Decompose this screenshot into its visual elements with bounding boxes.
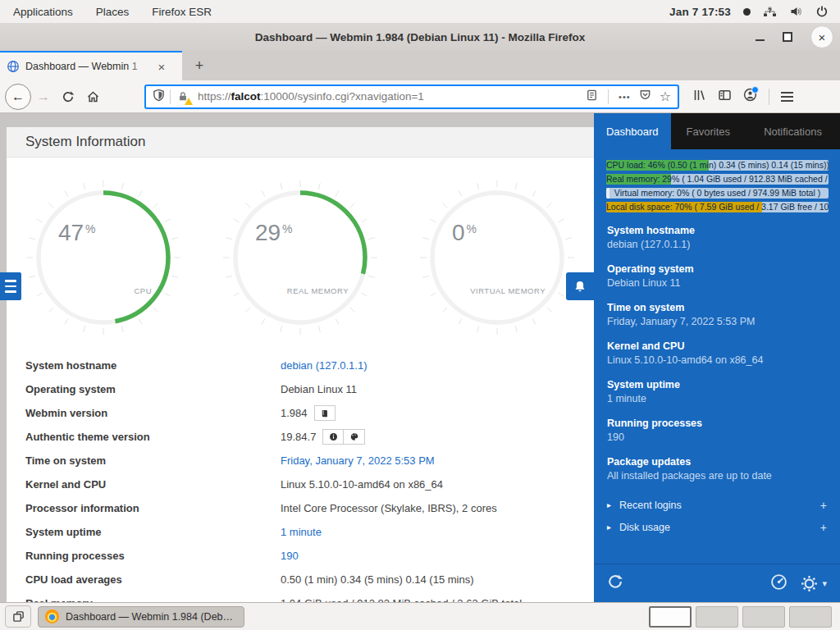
close-window-button[interactable]: × xyxy=(810,25,833,48)
library-icon[interactable] xyxy=(692,89,706,105)
expand-plus-icon[interactable]: + xyxy=(820,499,827,512)
cpu-gauge: 47% CPU xyxy=(25,180,181,336)
list-item: Running processes190 xyxy=(607,417,827,445)
reload-button[interactable] xyxy=(56,84,80,109)
time-link[interactable]: Friday, January 7, 2022 5:53 PM xyxy=(281,454,435,467)
theme-info-button[interactable] xyxy=(322,429,344,445)
virtual-memory-gauge: 0% VIRTUAL MEMORY xyxy=(419,180,575,336)
active-tab[interactable]: Dashboard — Webmin 1 × xyxy=(0,51,182,80)
forward-button[interactable]: → xyxy=(31,84,56,109)
resource-bars: CPU load: 46% (0.50 (1 min) 0.34 (5 mins… xyxy=(606,160,829,212)
chevron-right-icon: ▸ xyxy=(607,500,611,509)
chevron-right-icon: ▸ xyxy=(607,523,611,532)
disk-space-bar: Local disk space: 70% ( 7.59 GiB used / … xyxy=(606,202,829,212)
window-list-button[interactable] xyxy=(5,605,31,628)
list-item: Time on systemFriday, January 7, 2022 5:… xyxy=(607,301,827,329)
virtual-memory-gauge-label: VIRTUAL MEMORY xyxy=(470,286,546,295)
real-memory-gauge: 29% REAL MEMORY xyxy=(222,180,378,336)
usage-gauges: 47% CPU 29% REAL MEMORY xyxy=(7,180,594,336)
table-row: System hostnamedebian (127.0.1.1) xyxy=(7,354,594,377)
system-info-table: System hostnamedebian (127.0.1.1) Operat… xyxy=(7,354,594,602)
home-button[interactable] xyxy=(80,84,105,109)
cpu-gauge-value: 47% xyxy=(58,220,96,246)
pocket-icon[interactable] xyxy=(639,89,651,104)
disk-usage-toggle[interactable]: ▸ Disk usage + xyxy=(594,516,840,538)
hostname-link[interactable]: debian (127.0.1.1) xyxy=(281,359,368,372)
account-icon[interactable] xyxy=(743,88,757,105)
workspace-switcher xyxy=(649,606,832,628)
new-tab-button[interactable]: + xyxy=(189,55,210,76)
list-item: Operating systemDebian Linux 11 xyxy=(607,262,827,290)
virtual-memory-bar: Virtual memory: 0% ( 0 bytes used / 974.… xyxy=(606,188,829,199)
power-icon[interactable] xyxy=(815,5,829,18)
table-row: Running processes190 xyxy=(7,544,594,568)
list-item: Kernel and CPULinux 5.10.0-10-amd64 on x… xyxy=(607,340,827,368)
real-memory-bar: Real memory: 29% ( 1.04 GiB used / 912.8… xyxy=(606,174,829,185)
workspace-2[interactable] xyxy=(696,606,738,628)
virtual-memory-gauge-value: 0% xyxy=(452,220,477,246)
recent-logins-toggle[interactable]: ▸ Recent logins + xyxy=(594,494,840,516)
sidebar-footer: ▾ xyxy=(594,564,840,602)
refresh-button[interactable] xyxy=(606,573,624,594)
uptime-link[interactable]: 1 minute xyxy=(281,526,322,538)
firefox-icon xyxy=(45,609,59,623)
back-button[interactable]: ← xyxy=(5,84,31,110)
webmin-favicon-icon xyxy=(7,60,20,73)
table-row: System uptime1 minute xyxy=(7,520,594,544)
tab-notifications[interactable]: Notifications xyxy=(746,113,840,149)
expand-plus-icon[interactable]: + xyxy=(820,521,827,534)
chevron-down-icon: ▾ xyxy=(822,578,827,589)
tab-dashboard[interactable]: Dashboard xyxy=(594,113,671,149)
sidebars-icon[interactable] xyxy=(718,89,732,105)
table-row: Processor informationIntel Core Processo… xyxy=(7,496,594,520)
bookmark-star-icon[interactable]: ☆ xyxy=(660,90,671,103)
settings-gear-button[interactable]: ▾ xyxy=(801,575,827,592)
page-actions-icon[interactable]: ••• xyxy=(619,92,631,102)
tracking-shield-icon[interactable] xyxy=(153,89,165,105)
firefox-menu-icon[interactable] xyxy=(781,89,793,104)
webmin-changelog-button[interactable] xyxy=(314,405,336,421)
lock-warning-icon[interactable] xyxy=(177,90,190,103)
bell-icon xyxy=(573,280,587,294)
gnome-top-bar: Applications Places Firefox ESR Jan 7 17… xyxy=(0,0,840,24)
applications-menu[interactable]: Applications xyxy=(13,6,73,18)
url-bar[interactable]: https://falcot:10000/sysinfo.cgi?xnaviga… xyxy=(144,84,679,109)
taskbar-window-button[interactable]: Dashboard — Webmin 1.984 (Deb… xyxy=(38,606,244,628)
record-dot-icon xyxy=(743,8,751,16)
list-item: System hostnamedebian (127.0.1.1) xyxy=(607,224,827,252)
table-row: Webmin version1.984 xyxy=(7,401,594,425)
window-titlebar[interactable]: Dashboard — Webmin 1.984 (Debian Linux 1… xyxy=(0,23,840,52)
places-menu[interactable]: Places xyxy=(96,6,130,18)
volume-icon[interactable] xyxy=(789,5,803,18)
network-question-icon[interactable]: ? xyxy=(763,5,777,18)
webmin-menu-toggle-button[interactable] xyxy=(0,272,21,300)
tab-title: Dashboard — Webmin 1 xyxy=(25,61,150,72)
theme-palette-button[interactable] xyxy=(344,429,365,445)
maximize-button[interactable] xyxy=(783,32,792,42)
workspace-1[interactable] xyxy=(649,606,692,628)
svg-text:?: ? xyxy=(768,7,772,14)
cpu-gauge-label: CPU xyxy=(134,286,152,295)
tab-bar: Dashboard — Webmin 1 × + xyxy=(0,51,840,81)
list-item: System uptime1 minute xyxy=(607,378,827,406)
dashboard-gauge-button[interactable] xyxy=(770,573,788,594)
url-text[interactable]: https://falcot:10000/sysinfo.cgi?xnaviga… xyxy=(198,90,579,103)
clock[interactable]: Jan 7 17:53 xyxy=(669,6,731,18)
firefox-esr-menu[interactable]: Firefox ESR xyxy=(152,6,212,18)
minimize-button[interactable] xyxy=(756,39,765,41)
tab-close-icon[interactable]: × xyxy=(153,58,170,75)
tab-favorites[interactable]: Favorites xyxy=(671,113,746,149)
reader-view-icon[interactable] xyxy=(586,89,598,105)
cpu-load-bar: CPU load: 46% (0.50 (1 min) 0.34 (5 mins… xyxy=(606,160,829,171)
table-row: Time on systemFriday, January 7, 2022 5:… xyxy=(7,449,594,472)
workspace-4[interactable] xyxy=(789,606,832,628)
page-header: System Information xyxy=(7,127,594,158)
table-row: CPU load averages0.50 (1 min) 0.34 (5 mi… xyxy=(7,568,594,591)
notifications-bell-button[interactable] xyxy=(566,272,594,300)
processes-link[interactable]: 190 xyxy=(281,550,299,562)
window-title: Dashboard — Webmin 1.984 (Debian Linux 1… xyxy=(0,31,840,43)
workspace-3[interactable] xyxy=(742,606,785,628)
system-information-panel: System Information 47% CPU xyxy=(7,127,594,602)
bottom-taskbar: Dashboard — Webmin 1.984 (Deb… xyxy=(0,602,840,630)
sidebar-tabs: Dashboard Favorites Notifications xyxy=(594,113,840,149)
